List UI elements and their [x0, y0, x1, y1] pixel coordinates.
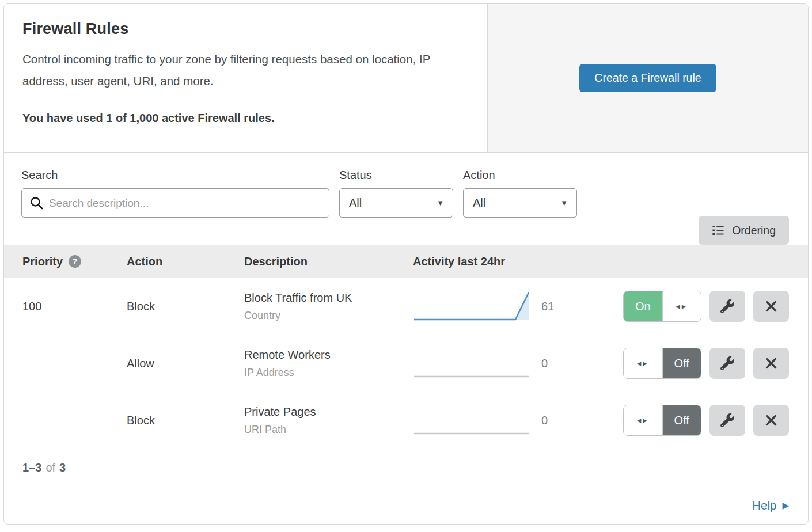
description-cell: Block Traffic from UK Country — [244, 291, 413, 322]
priority-help-icon[interactable]: ? — [69, 255, 81, 268]
toggle-state-label: Off — [663, 405, 701, 435]
filters-bar: Search Status All ▼ Action All ▼ — [4, 153, 808, 245]
activity-count: 0 — [531, 414, 580, 427]
action-cell: Allow — [127, 357, 244, 370]
activity-sparkline — [413, 347, 531, 380]
column-description: Description — [244, 255, 413, 268]
toggle-handle[interactable]: ◂▸ — [624, 405, 663, 435]
firewall-rules-panel: Firewall Rules Control incoming traffic … — [3, 3, 809, 525]
description-cell: Private Pages URI Path — [244, 405, 413, 436]
toggle-state-label: Off — [663, 348, 701, 378]
action-cell: Block — [127, 414, 244, 427]
search-filter-group: Search — [21, 169, 329, 218]
drag-arrows-icon: ◂▸ — [637, 358, 649, 368]
table-row: 100 Block Block Traffic from UK Country … — [4, 278, 808, 335]
column-priority: Priority ? — [22, 255, 127, 268]
create-firewall-rule-button[interactable]: Create a Firewall rule — [579, 64, 716, 92]
toggle-state-label: On — [624, 291, 662, 321]
toggle-handle[interactable]: ◂▸ — [624, 348, 663, 378]
ordering-button[interactable]: Ordering — [699, 216, 789, 245]
sparkline-chart — [413, 290, 531, 323]
rule-enable-toggle[interactable]: On ◂▸ — [623, 291, 701, 322]
rule-enable-toggle[interactable]: Off ◂▸ — [623, 405, 701, 436]
action-select[interactable]: All ▼ — [463, 188, 577, 218]
row-controls: Off ◂▸ — [580, 405, 808, 436]
edit-rule-button[interactable] — [709, 405, 745, 436]
sparkline-chart — [413, 404, 531, 437]
edit-rule-button[interactable] — [709, 348, 745, 379]
toggle-handle[interactable]: ◂▸ — [662, 291, 701, 321]
arrow-right-icon: ▶ — [782, 500, 789, 511]
status-selected-value: All — [349, 196, 362, 210]
usage-note: You have used 1 of 1,000 active Firewall… — [22, 112, 469, 125]
wrench-icon — [720, 356, 734, 370]
drag-arrows-icon: ◂▸ — [676, 301, 688, 311]
rule-description: Block Traffic from UK — [244, 291, 413, 305]
delete-rule-button[interactable] — [753, 348, 789, 379]
rule-description: Private Pages — [244, 405, 413, 419]
search-icon — [29, 196, 44, 210]
action-filter-group: Action All ▼ — [463, 169, 587, 218]
status-label: Status — [339, 169, 463, 182]
pagination-bar: 1–3 of 3 — [4, 449, 808, 487]
activity-sparkline — [413, 290, 531, 323]
chevron-down-icon: ▼ — [437, 199, 444, 207]
description-cell: Remote Workers IP Address — [244, 348, 413, 379]
search-label: Search — [21, 169, 329, 182]
x-icon — [764, 413, 778, 427]
rule-type: IP Address — [244, 367, 413, 379]
help-label: Help — [752, 499, 776, 512]
rule-type: Country — [244, 310, 413, 322]
activity-sparkline — [413, 404, 531, 437]
row-controls: Off ◂▸ — [580, 348, 808, 379]
table-header: Priority ? Action Description Activity l… — [4, 245, 808, 278]
pagination-of: of — [45, 461, 55, 474]
table-row: Block Private Pages URI Path 0 Off ◂▸ — [4, 392, 808, 449]
wrench-icon — [720, 413, 734, 427]
drag-arrows-icon: ◂▸ — [637, 415, 649, 425]
ordering-label: Ordering — [732, 224, 776, 237]
activity-count: 0 — [531, 357, 580, 370]
rule-enable-toggle[interactable]: Off ◂▸ — [623, 348, 701, 379]
header-text-block: Firewall Rules Control incoming traffic … — [4, 4, 488, 152]
row-controls: On ◂▸ — [580, 291, 808, 322]
panel-header: Firewall Rules Control incoming traffic … — [4, 4, 808, 153]
action-selected-value: All — [473, 196, 485, 210]
help-bar: Help ▶ — [4, 487, 808, 524]
action-cell: Block — [127, 300, 244, 313]
column-activity: Activity last 24hr — [413, 255, 531, 268]
column-action: Action — [127, 255, 244, 268]
pagination-total: 3 — [59, 461, 66, 474]
edit-rule-button[interactable] — [709, 291, 745, 322]
wrench-icon — [720, 299, 734, 313]
priority-cell: 100 — [22, 300, 127, 313]
sparkline-chart — [413, 347, 531, 380]
help-link[interactable]: Help ▶ — [752, 499, 789, 512]
x-icon — [764, 356, 778, 370]
status-filter-group: Status All ▼ — [339, 169, 463, 218]
chevron-down-icon: ▼ — [560, 199, 568, 207]
activity-count: 61 — [531, 300, 580, 313]
page-description: Control incoming traffic to your zone by… — [22, 48, 466, 92]
search-input[interactable] — [21, 188, 329, 218]
delete-rule-button[interactable] — [753, 405, 789, 436]
priority-header-label: Priority — [22, 255, 63, 268]
x-icon — [764, 299, 778, 313]
ordered-list-icon — [712, 224, 724, 237]
pagination-range: 1–3 — [22, 461, 41, 474]
status-select[interactable]: All ▼ — [339, 188, 453, 218]
action-label: Action — [463, 169, 587, 182]
delete-rule-button[interactable] — [753, 291, 789, 322]
rule-description: Remote Workers — [244, 348, 413, 362]
page-title: Firewall Rules — [22, 20, 469, 38]
header-action-panel: Create a Firewall rule — [488, 4, 808, 152]
rule-type: URI Path — [244, 424, 413, 436]
table-row: Allow Remote Workers IP Address 0 Off ◂▸ — [4, 335, 808, 392]
search-box — [21, 188, 329, 218]
